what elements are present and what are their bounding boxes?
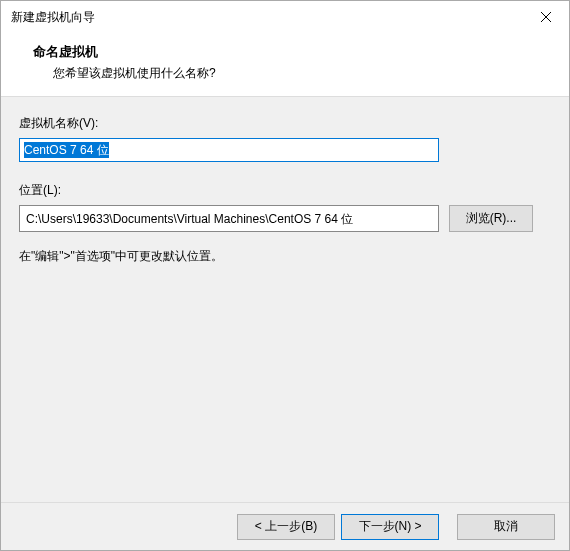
titlebar: 新建虚拟机向导 xyxy=(1,1,569,33)
vm-name-input[interactable]: CentOS 7 64 位 xyxy=(19,138,439,162)
wizard-content: 虚拟机名称(V): CentOS 7 64 位 位置(L): C:\Users\… xyxy=(1,97,569,502)
note-text: 在"编辑">"首选项"中可更改默认位置。 xyxy=(19,248,551,265)
back-button[interactable]: < 上一步(B) xyxy=(237,514,335,540)
vm-name-value: CentOS 7 64 位 xyxy=(24,142,109,158)
location-input[interactable]: C:\Users\19633\Documents\Virtual Machine… xyxy=(19,205,439,232)
browse-button[interactable]: 浏览(R)... xyxy=(449,205,533,232)
wizard-footer: < 上一步(B) 下一步(N) > 取消 xyxy=(1,502,569,550)
page-subtitle: 您希望该虚拟机使用什么名称? xyxy=(53,65,551,82)
wizard-header: 命名虚拟机 您希望该虚拟机使用什么名称? xyxy=(1,33,569,97)
close-button[interactable] xyxy=(523,1,569,33)
location-value: C:\Users\19633\Documents\Virtual Machine… xyxy=(26,212,353,226)
location-label: 位置(L): xyxy=(19,182,551,199)
vm-name-label: 虚拟机名称(V): xyxy=(19,115,551,132)
cancel-button[interactable]: 取消 xyxy=(457,514,555,540)
page-title: 命名虚拟机 xyxy=(33,43,551,61)
next-button[interactable]: 下一步(N) > xyxy=(341,514,439,540)
close-icon xyxy=(541,12,551,22)
window-title: 新建虚拟机向导 xyxy=(11,9,95,26)
